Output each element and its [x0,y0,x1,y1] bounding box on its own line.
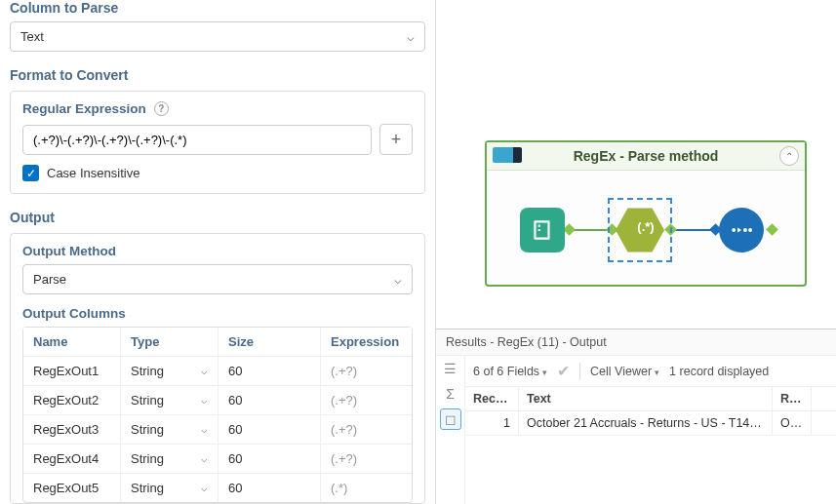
svg-point-0 [732,228,736,232]
cell-name: RegExOut5 [23,474,121,502]
workflow-canvas[interactable]: RegEx - Parse method ⌃ (.*) [436,0,836,329]
chevron-down-icon: ▾ [542,368,547,377]
cell-expr: (.+?) [321,386,412,414]
cell-type[interactable]: String⌵ [121,357,219,385]
cell-expr: (.+?) [321,445,412,473]
grid-row[interactable]: 1 October 21 Accruals - Returns - US - T… [465,411,836,436]
results-toolbar: 6 of 6 Fields▾ ✔ Cell Viewer▾ 1 record d… [465,356,836,387]
checkmark-icon[interactable]: ✔ [557,362,570,380]
chevron-down-icon: ⌵ [201,394,208,407]
table-row[interactable]: RegExOut1 String⌵ 60 (.+?) [23,357,412,386]
table-row[interactable]: RegExOut3 String⌵ 60 (.+?) [23,415,412,445]
cell-size[interactable]: 60 [219,415,321,444]
cell-name: RegExOut4 [23,445,121,473]
cell-type[interactable]: String⌵ [121,445,219,473]
separator [579,363,580,380]
grid-header: Record Text RegEx [465,387,836,411]
browse-icon [729,223,754,237]
cell-type[interactable]: String⌵ [121,474,219,502]
workflow-container[interactable]: RegEx - Parse method ⌃ (.*) [485,140,807,287]
chevron-down-icon: ⌵ [394,272,402,287]
col-size: Size [219,328,321,356]
cell-expr: (.+?) [321,357,412,385]
sigma-icon[interactable]: Σ [440,383,461,405]
output-method-value: Parse [33,272,66,287]
cell-record: 1 [465,411,519,435]
results-title: Results - RegEx (11) - Output [436,330,836,356]
cell-name: RegExOut2 [23,386,121,414]
table-row[interactable]: RegExOut5 String⌵ 60 (.*) [23,474,412,502]
table-row[interactable]: RegExOut4 String⌵ 60 (.+?) [23,445,412,474]
regex-input[interactable] [22,125,372,155]
format-to-convert-label: Format to Convert [10,67,425,83]
table-header: Name Type Size Expression [23,328,412,357]
chevron-down-icon: ⌵ [201,482,208,494]
cell-size[interactable]: 60 [219,357,321,385]
help-icon[interactable]: ? [154,101,169,116]
output-method-label: Output Method [22,244,116,258]
svg-point-1 [743,228,747,232]
format-group: Regular Expression ? + ✓ Case Insensitiv… [10,91,425,194]
chevron-down-icon: ⌵ [201,452,208,465]
output-columns-table: Name Type Size Expression RegExOut1 Stri… [22,327,413,503]
col-type: Type [121,328,219,356]
records-count: 1 record displayed [669,365,769,378]
cell-viewer-dropdown[interactable]: Cell Viewer▾ [590,365,659,378]
chevron-down-icon: ⌵ [201,423,208,436]
browse-tool[interactable] [719,208,764,252]
workflow-title: RegEx - Parse method [574,148,719,164]
output-label: Output [10,210,425,225]
cell-type[interactable]: String⌵ [121,386,219,414]
column-to-parse-value: Text [20,29,44,44]
cell-size[interactable]: 60 [219,474,321,502]
results-grid[interactable]: Record Text RegEx 1 October 21 Accruals … [465,387,836,504]
results-pane: Results - RegEx (11) - Output ☰ Σ ◻ 6 of… [436,329,836,504]
cell-text: October 21 Accruals - Returns - US - T14… [519,411,773,435]
cell-expr: (.*) [321,474,412,502]
cell-size[interactable]: 60 [219,386,321,414]
container-type-icon [493,147,522,163]
fields-dropdown[interactable]: 6 of 6 Fields▾ [473,365,547,378]
case-insensitive-label: Case Insensitive [47,166,139,180]
cell-size[interactable]: 60 [219,445,321,473]
col-name: Name [23,328,121,356]
regex-label: Regular Expression [22,101,146,116]
col-regex: RegEx [773,387,812,410]
collapse-icon[interactable]: ⌃ [779,146,799,166]
output-method-select[interactable]: Parse ⌵ [22,264,413,294]
chevron-down-icon: ⌵ [201,365,208,377]
list-view-icon[interactable]: ☰ [440,358,461,379]
column-to-parse-label: Column to Parse [10,0,425,16]
cell-regex: Octob [773,411,812,435]
tag-view-icon[interactable]: ◻ [440,408,461,430]
chevron-down-icon: ⌵ [407,29,415,44]
col-record: Record [465,387,519,410]
column-to-parse-select[interactable]: Text ⌵ [10,21,425,52]
cell-type[interactable]: String⌵ [121,415,219,444]
case-insensitive-checkbox[interactable]: ✓ [22,165,39,181]
add-expression-button[interactable]: + [379,124,413,155]
table-row[interactable]: RegExOut2 String⌵ 60 (.+?) [23,386,412,415]
chevron-down-icon: ▾ [655,368,659,377]
svg-point-2 [748,228,752,232]
cell-name: RegExOut3 [23,415,121,444]
cell-expr: (.+?) [321,415,412,444]
col-text: Text [519,387,773,410]
cell-name: RegExOut1 [23,357,121,385]
output-columns-label: Output Columns [22,306,126,321]
col-expr: Expression [321,328,412,356]
output-group: Output Method Parse ⌵ Output Columns Nam… [10,233,425,504]
